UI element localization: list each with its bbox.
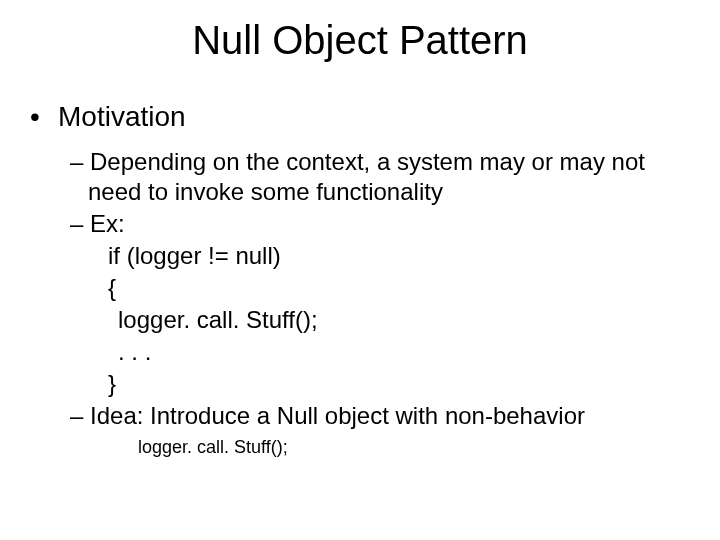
bullet-motivation: •Motivation <box>30 101 690 133</box>
bullet-dot-icon: • <box>30 101 58 133</box>
code-line-close-brace: } <box>30 369 690 399</box>
code-line-if: if (logger != null) <box>30 241 690 271</box>
dash-icon: – <box>70 210 90 237</box>
subbullet-idea: – Idea: Introduce a Null object with non… <box>30 401 690 431</box>
code-line-ellipsis: . . . <box>30 337 690 367</box>
slide: Null Object Pattern •Motivation – Depend… <box>0 0 720 540</box>
code-line-open-brace: { <box>30 273 690 303</box>
subbullet-context-text: Depending on the context, a system may o… <box>88 148 645 205</box>
dash-icon: – <box>70 402 90 429</box>
slide-title: Null Object Pattern <box>0 0 720 71</box>
subbullet-context: – Depending on the context, a system may… <box>30 147 690 207</box>
subbullet-ex-text: Ex: <box>90 210 125 237</box>
dash-icon: – <box>70 148 90 175</box>
slide-body: •Motivation – Depending on the context, … <box>0 71 720 458</box>
subbullet-idea-text: Idea: Introduce a Null object with non-b… <box>90 402 585 429</box>
code-line-call: logger. call. Stuff(); <box>30 305 690 335</box>
bullet-motivation-text: Motivation <box>58 101 186 132</box>
subbullet-ex: – Ex: <box>30 209 690 239</box>
footer-code-line: logger. call. Stuff(); <box>30 433 690 458</box>
